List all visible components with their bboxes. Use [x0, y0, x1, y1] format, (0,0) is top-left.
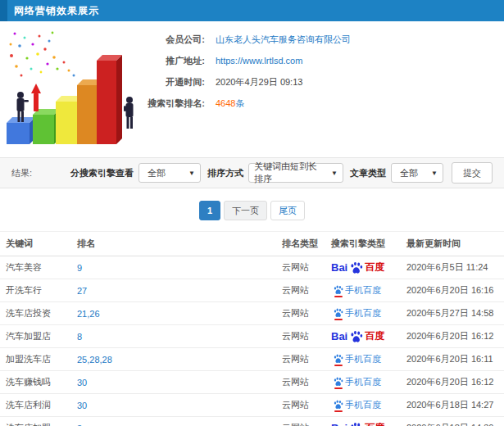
- engine-filter-value: 全部: [148, 167, 166, 179]
- baidu-paw-icon: [333, 376, 343, 389]
- keyword-cell: 洗车店投资: [0, 302, 74, 325]
- submit-button[interactable]: 提交: [452, 162, 493, 184]
- chevron-down-icon: ▼: [431, 170, 438, 177]
- page-title: 网络营销效果展示: [14, 4, 99, 18]
- open-time-label: 开通时间:: [141, 76, 205, 88]
- engine-filter-label: 分搜索引擎查看: [70, 167, 134, 179]
- bar-chart-clipart-icon: [0, 21, 141, 152]
- keyword-cell: 洗车店加盟: [0, 417, 74, 426]
- baidu-paw-icon: [349, 261, 363, 274]
- updated-time-cell: 2020年5月27日 14:58: [403, 302, 504, 325]
- column-header: 排名类型: [279, 232, 328, 256]
- pagination: 1 下一页 尾页: [0, 201, 504, 220]
- rank-link[interactable]: 27: [74, 279, 279, 302]
- rank-type-cell: 云网站: [279, 394, 328, 417]
- table-row: 洗车店加盟3云网站Bai百度2020年6月18日 14:30: [0, 417, 504, 426]
- baidu-logo: Bai百度: [331, 329, 400, 343]
- baidu-paw-icon: [349, 329, 363, 343]
- updated-time-cell: 2020年6月18日 14:27: [403, 394, 504, 417]
- rank-link[interactable]: 30: [74, 394, 279, 417]
- rank-type-cell: 云网站: [279, 279, 328, 302]
- member-company-link[interactable]: 山东老人头汽车服务咨询有限公司: [216, 34, 351, 46]
- keyword-cell: 加盟洗车店: [0, 348, 74, 371]
- column-header: 搜索引擎类型: [328, 232, 403, 256]
- mobile-baidu-logo: 手机百度: [331, 284, 400, 297]
- growth-chart-illustration: [0, 21, 141, 157]
- article-type-value: 全部: [400, 167, 418, 179]
- table-row: 加盟洗车店25,28,28云网站手机百度2020年6月20日 16:11: [0, 348, 504, 371]
- rank-type-cell: 云网站: [279, 348, 328, 371]
- article-type-select[interactable]: 全部 ▼: [391, 163, 443, 183]
- baidu-logo: Bai百度: [331, 421, 400, 426]
- table-row: 洗车赚钱吗30云网站手机百度2020年6月20日 16:12: [0, 371, 504, 394]
- next-page-button[interactable]: 下一页: [224, 201, 267, 220]
- keyword-cell: 洗车赚钱吗: [0, 371, 74, 394]
- rank-link[interactable]: 25,28,28: [74, 348, 279, 371]
- open-time-value: 2020年4月29日 09:13: [216, 76, 302, 88]
- table-row: 洗车店投资21,26云网站手机百度2020年5月27日 14:58: [0, 302, 504, 325]
- page-1-button[interactable]: 1: [199, 201, 220, 220]
- engine-type-cell: 手机百度: [328, 371, 403, 394]
- promo-url-link[interactable]: https://www.lrtlsd.com: [216, 56, 302, 66]
- rank-link[interactable]: 9: [74, 256, 279, 279]
- chevron-down-icon: ▼: [188, 170, 195, 177]
- column-header: 最新更新时间: [403, 232, 504, 256]
- rank-type-cell: 云网站: [279, 256, 328, 279]
- rank-link[interactable]: 8: [74, 325, 279, 348]
- baidu-paw-icon: [333, 307, 343, 320]
- updated-time-cell: 2020年6月20日 16:12: [403, 325, 504, 348]
- mobile-baidu-logo: 手机百度: [331, 376, 400, 389]
- engine-rank-count-row: 搜索引擎排名: 4648条: [141, 96, 504, 111]
- keyword-cell: 汽车加盟店: [0, 325, 74, 348]
- mobile-baidu-logo: 手机百度: [331, 353, 400, 366]
- rank-type-cell: 云网站: [279, 371, 328, 394]
- rank-type-cell: 云网站: [279, 417, 328, 426]
- engine-type-cell: Bai百度: [328, 417, 403, 426]
- engine-rank-count-value: 4648条: [216, 97, 244, 110]
- updated-time-cell: 2020年6月18日 14:30: [403, 417, 504, 426]
- promo-url-label: 推广地址:: [141, 55, 205, 67]
- engine-type-cell: Bai百度: [328, 256, 403, 279]
- rank-link[interactable]: 21,26: [74, 302, 279, 325]
- sort-select[interactable]: 关键词由短到长排序 ▼: [248, 163, 343, 183]
- account-info-section: 会员公司: 山东老人头汽车服务咨询有限公司 推广地址: https://www.…: [0, 21, 504, 157]
- sort-label: 排序方式: [207, 167, 243, 179]
- mobile-baidu-logo: 手机百度: [331, 399, 400, 412]
- baidu-logo: Bai百度: [331, 261, 400, 274]
- rank-link[interactable]: 3: [74, 417, 279, 426]
- account-info-list: 会员公司: 山东老人头汽车服务咨询有限公司 推广地址: https://www.…: [141, 21, 504, 157]
- promo-url-row: 推广地址: https://www.lrtlsd.com: [141, 53, 504, 68]
- baidu-paw-icon: [333, 399, 343, 412]
- results-filter-bar: 结果: 分搜索引擎查看 全部 ▼ 排序方式 关键词由短到长排序 ▼ 文章类型 全…: [0, 157, 504, 188]
- keyword-cell: 洗车店利润: [0, 394, 74, 417]
- table-row: 开洗车行27云网站手机百度2020年6月20日 16:16: [0, 279, 504, 302]
- rank-type-cell: 云网站: [279, 302, 328, 325]
- baidu-paw-icon: [333, 353, 343, 366]
- baidu-paw-icon: [349, 421, 363, 426]
- engine-type-cell: 手机百度: [328, 302, 403, 325]
- updated-time-cell: 2020年6月20日 16:16: [403, 279, 504, 302]
- table-header-row: 关键词排名排名类型搜索引擎类型最新更新时间: [0, 232, 504, 256]
- engine-type-cell: 手机百度: [328, 279, 403, 302]
- last-page-button[interactable]: 尾页: [270, 201, 305, 220]
- rank-link[interactable]: 30: [74, 371, 279, 394]
- engine-type-cell: Bai百度: [328, 325, 403, 348]
- keyword-cell: 汽车美容: [0, 256, 74, 279]
- keyword-ranking-table: 关键词排名排名类型搜索引擎类型最新更新时间 汽车美容9云网站Bai百度2020年…: [0, 231, 504, 426]
- member-company-label: 会员公司:: [141, 34, 205, 46]
- column-header: 关键词: [0, 232, 74, 256]
- engine-type-cell: 手机百度: [328, 394, 403, 417]
- rank-type-cell: 云网站: [279, 325, 328, 348]
- column-header: 排名: [74, 232, 279, 256]
- chevron-down-icon: ▼: [331, 170, 338, 177]
- member-company-row: 会员公司: 山东老人头汽车服务咨询有限公司: [141, 32, 504, 47]
- keyword-cell: 开洗车行: [0, 279, 74, 302]
- header-left-edge: [0, 0, 7, 21]
- article-type-label: 文章类型: [350, 167, 386, 179]
- engine-filter-select[interactable]: 全部 ▼: [138, 163, 201, 183]
- rank-count-unit: 条: [235, 98, 244, 108]
- table-row: 汽车美容9云网站Bai百度2020年6月5日 11:24: [0, 256, 504, 279]
- filter-controls: 分搜索引擎查看 全部 ▼ 排序方式 关键词由短到长排序 ▼ 文章类型 全部 ▼ …: [64, 162, 493, 184]
- engine-rank-count-label: 搜索引擎排名:: [141, 97, 205, 110]
- baidu-paw-icon: [333, 284, 343, 297]
